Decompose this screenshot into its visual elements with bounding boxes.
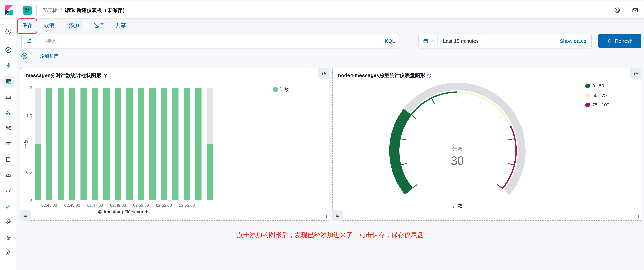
chart-bar[interactable] [104, 88, 110, 200]
chart-bar[interactable] [115, 88, 121, 200]
sidebar-item-machine-learning[interactable] [2, 122, 14, 134]
chart-bar[interactable] [138, 88, 144, 200]
breadcrumb-separator: / [60, 7, 62, 13]
x-tick-label: 02:45:00 [64, 203, 80, 208]
legend-item[interactable]: 计数 [273, 87, 289, 92]
bar-chart-icon [4, 62, 12, 69]
panel-options-button[interactable] [630, 68, 641, 79]
add-filter-button[interactable]: + 添加筛选 [36, 53, 58, 59]
sidebar-item-dev-tools[interactable] [2, 216, 14, 228]
gauge-chart: 计数30计数0 - 5050 - 7575 - 100 [332, 79, 642, 221]
sidebar-item-monitoring[interactable] [2, 231, 14, 243]
info-icon [103, 73, 108, 78]
meter-icon [4, 140, 12, 147]
wrench-icon [4, 218, 12, 225]
chart-bar[interactable] [34, 144, 41, 200]
chart-bar[interactable] [80, 88, 87, 200]
top-menu-item-save[interactable]: 保存 [22, 21, 33, 30]
gear-icon [633, 71, 638, 76]
panel-title: node4-messages总量统计仪表盘图形 [338, 72, 425, 79]
chart-bar[interactable] [46, 88, 52, 200]
save-highlight-box [17, 18, 37, 34]
refresh-icon [607, 38, 612, 44]
sidebar-item-dashboard[interactable] [2, 75, 14, 87]
main-area: 保存取消添加选项共享 KQL [16, 18, 644, 270]
breadcrumb-dashboards[interactable]: 仪表板 [42, 7, 57, 14]
newsfeed-button[interactable] [626, 3, 644, 18]
chart-bar[interactable] [69, 88, 75, 200]
chart-bar[interactable] [126, 88, 133, 200]
panel-options-button[interactable] [318, 68, 329, 79]
top-menu-item-share[interactable]: 共享 [115, 21, 126, 30]
legend-item[interactable]: 0 - 50 [585, 83, 604, 89]
refresh-button[interactable]: Refresh [598, 34, 641, 48]
sidebar-item-visualize[interactable] [2, 60, 14, 72]
gear-icon [4, 249, 12, 256]
chart-bar[interactable] [58, 88, 64, 200]
space-avatar[interactable]: 默 [23, 6, 32, 15]
panel-legend-button[interactable] [332, 210, 343, 221]
info-icon [427, 73, 432, 78]
top-menu-item-add[interactable]: 添加 [66, 21, 82, 30]
gauge-tick [508, 139, 514, 140]
chart-bar[interactable] [207, 144, 213, 200]
panel-title-bar[interactable]: node4-messages总量统计仪表盘图形 [338, 72, 432, 79]
panel-title-bar[interactable]: messages分时计数统计柱状图形 [26, 72, 108, 79]
panel-resize-handle[interactable] [323, 215, 327, 218]
gauge-tick [498, 115, 503, 119]
y-tick-label: 1 [30, 142, 32, 146]
header-divider [36, 5, 37, 16]
sidebar-item-recent[interactable] [2, 25, 14, 38]
sidebar-item-logs[interactable] [2, 153, 14, 165]
x-tick-label: 02:47:00 [87, 203, 103, 208]
top-menu-item-cancel[interactable]: 取消 [44, 21, 55, 30]
gauge-tick [400, 139, 406, 140]
sidebar-item-uptime[interactable] [2, 184, 14, 197]
sidebar-item-management[interactable] [2, 247, 14, 259]
chart-bar[interactable] [149, 88, 156, 200]
chart-bar[interactable] [161, 88, 167, 200]
annotation-text: 点击添加的图形后，发现已经添加进来了，点击保存，保存仪表盘 [16, 231, 644, 239]
top-menu-item-options[interactable]: 选项 [93, 21, 104, 30]
kibana-logo[interactable] [0, 5, 18, 16]
panel-legend-button[interactable] [20, 210, 31, 221]
chart-bar[interactable] [195, 88, 202, 200]
check-swoosh-icon [4, 187, 12, 194]
legend-item[interactable]: 50 - 75 [585, 93, 607, 98]
time-range-value[interactable]: Last 15 minutes [443, 38, 479, 44]
gauge-tick [432, 98, 434, 104]
help-icon [614, 7, 620, 14]
compass-icon [4, 47, 12, 54]
mail-icon [632, 7, 638, 14]
sidebar-item-canvas[interactable] [2, 91, 14, 103]
filter-menu-button[interactable] [21, 52, 28, 60]
sidebar-item-discover[interactable] [2, 44, 14, 56]
show-dates-button[interactable]: Show dates [560, 38, 586, 44]
legend-item[interactable]: 75 - 100 [585, 102, 609, 108]
dashboard-top-menu: 保存取消添加选项共享 [16, 18, 644, 33]
chart-bar[interactable] [92, 88, 98, 200]
gauge-tick [412, 115, 416, 119]
chevron-down-icon [430, 39, 434, 43]
panel-gauge: node4-messages总量统计仪表盘图形 计数30计数0 - 5050 -… [332, 68, 641, 221]
gauge-tick [480, 98, 483, 104]
sidebar-item-apm[interactable] [2, 169, 14, 181]
sidebar-item-infrastructure[interactable] [2, 138, 14, 150]
dashboard-icon [4, 78, 12, 85]
panel-resize-handle[interactable] [636, 215, 639, 218]
sidebar-nav [0, 18, 16, 270]
search-input[interactable] [42, 38, 381, 44]
pages-icon [4, 156, 12, 163]
sidebar-item-maps[interactable] [2, 106, 14, 119]
sidebar-item-siem[interactable] [2, 200, 14, 212]
chart-bar[interactable] [184, 88, 190, 200]
help-button[interactable] [608, 3, 626, 18]
gauge-metric-label: 计数 [452, 146, 462, 152]
date-quick-menu-button[interactable] [419, 34, 438, 48]
saved-query-menu-button[interactable] [22, 34, 42, 48]
query-language-button[interactable]: KQL [381, 34, 399, 48]
ticket-icon [4, 93, 12, 101]
gear-icon [321, 71, 326, 76]
pulse-icon [4, 234, 12, 241]
chart-bar[interactable] [172, 88, 178, 200]
